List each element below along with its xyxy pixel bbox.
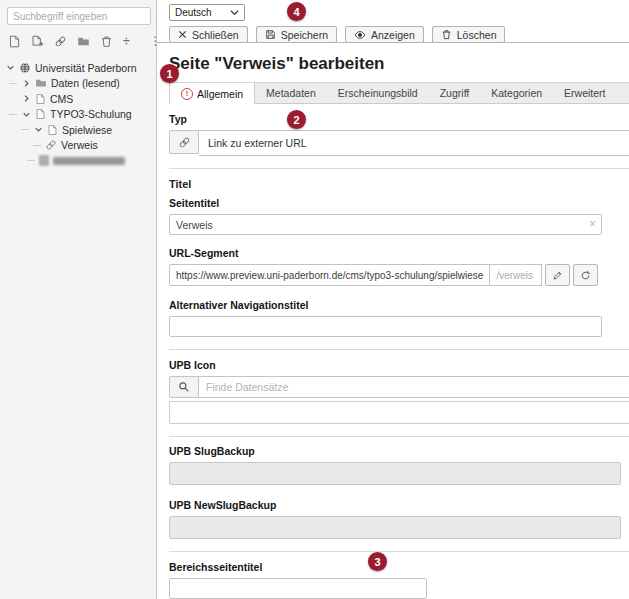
- upb-icon-search-input[interactable]: [199, 376, 629, 398]
- chevron-right-icon[interactable]: [21, 78, 31, 88]
- folder-icon: [35, 77, 47, 89]
- new-slug-backup-label: UPB NewSlugBackup: [169, 499, 629, 511]
- doc-header: Deutsch Schließen Speichern Anzeigen Lös…: [157, 0, 629, 43]
- tree-toolbar: ÷ ⋮: [0, 25, 156, 52]
- seitentitel-label: Seitentitel: [169, 197, 629, 209]
- tab-metadaten[interactable]: Metadaten: [255, 83, 327, 103]
- new-page-icon[interactable]: [8, 35, 21, 48]
- delete-button[interactable]: Löschen: [432, 26, 506, 43]
- page-icon: [35, 108, 46, 120]
- alt-nav-title-input[interactable]: [169, 316, 602, 337]
- close-button[interactable]: Schließen: [169, 26, 248, 43]
- url-segment-input[interactable]: /verweis: [490, 264, 542, 286]
- bereich-title-label: Bereichsseitentitel: [169, 561, 629, 573]
- annotation-marker-1: 1: [160, 64, 179, 83]
- view-button[interactable]: Anzeigen: [345, 26, 424, 43]
- tree-item-spielwiese[interactable]: Spielwiese: [0, 122, 156, 138]
- tree-item-label: CMS: [50, 93, 73, 105]
- seitentitel-input[interactable]: [169, 214, 602, 235]
- clear-icon[interactable]: ×: [589, 218, 596, 230]
- delete-button-label: Löschen: [457, 29, 497, 41]
- link-icon: [45, 139, 57, 151]
- tab-label: Zugriff: [440, 87, 470, 99]
- titel-legend: Titel: [169, 178, 629, 190]
- typ-select-value: Link zu externer URL: [208, 137, 307, 149]
- upb-icon-search-group: [169, 376, 629, 398]
- tree-item-verweis[interactable]: Verweis: [0, 138, 156, 154]
- upb-icon-label: UPB Icon: [169, 359, 629, 371]
- tree-connector: [21, 129, 29, 130]
- redacted-page-icon: [39, 155, 49, 166]
- upb-icon-selected-list[interactable]: [169, 401, 629, 424]
- tree-search-input[interactable]: [7, 7, 151, 25]
- form-content: Seite "Verweis" bearbeiten Allgemein Met…: [157, 43, 629, 599]
- doc-header-buttons: Schließen Speichern Anzeigen Löschen: [169, 26, 629, 43]
- page-icon: [35, 93, 46, 105]
- language-select[interactable]: Deutsch: [169, 4, 245, 21]
- chevron-right-icon[interactable]: [21, 94, 31, 104]
- tree-item-label: Spielwiese: [62, 124, 112, 136]
- new-divider-icon[interactable]: ÷: [123, 35, 130, 47]
- new-recycler-icon[interactable]: [100, 35, 113, 48]
- edit-slug-button[interactable]: [545, 264, 570, 286]
- bereich-title-input[interactable]: [169, 578, 427, 599]
- tree-item-cms[interactable]: CMS: [0, 91, 156, 107]
- typ-label: Typ: [169, 113, 629, 125]
- tree-item-label: Daten (lesend): [51, 77, 120, 89]
- tab-erweitert[interactable]: Erweitert: [553, 83, 616, 103]
- tree-item-label: Universität Paderborn: [35, 62, 137, 74]
- save-button-label: Speichern: [281, 29, 328, 41]
- new-slug-backup-input: [169, 516, 621, 539]
- page-icon: [47, 124, 58, 136]
- edit-module: Deutsch Schließen Speichern Anzeigen Lös…: [157, 0, 629, 599]
- tab-label: Erweitert: [564, 87, 605, 99]
- site-globe-icon: [19, 62, 31, 74]
- tree-item-label: TYPO3-Schulung: [50, 108, 132, 120]
- tab-zugriff[interactable]: Zugriff: [429, 83, 481, 103]
- tree-item-redacted[interactable]: [0, 153, 156, 169]
- view-button-label: Anzeigen: [371, 29, 415, 41]
- tab-label: Allgemein: [197, 88, 243, 100]
- tree-item-daten[interactable]: Daten (lesend): [0, 76, 156, 92]
- url-segment-label: URL-Segment: [169, 247, 629, 259]
- tree-connector: [9, 114, 17, 115]
- chevron-down-icon[interactable]: [33, 125, 43, 135]
- tab-kategorien[interactable]: Kategorien: [480, 83, 553, 103]
- tree-item-typo3-schulung[interactable]: TYPO3-Schulung: [0, 107, 156, 123]
- language-select-value: Deutsch: [175, 7, 212, 18]
- section-divider: [169, 436, 629, 437]
- slug-backup-input: [169, 462, 621, 485]
- refresh-icon: [580, 270, 591, 281]
- tree-item-root[interactable]: Universität Paderborn: [0, 60, 156, 76]
- section-divider: [169, 551, 629, 552]
- typ-select[interactable]: Link zu externer URL: [199, 130, 629, 156]
- alt-nav-title-label: Alternativer Navigationstitel: [169, 299, 629, 311]
- slug-backup-label: UPB SlugBackup: [169, 445, 629, 457]
- annotation-marker-4: 4: [287, 2, 306, 21]
- section-divider: [169, 168, 629, 169]
- alt-nav-title-field: [169, 316, 602, 337]
- tab-erscheinungsbild[interactable]: Erscheinungsbild: [327, 83, 429, 103]
- page-title: Seite "Verweis" bearbeiten: [169, 54, 629, 74]
- chevron-down-icon[interactable]: [21, 109, 31, 119]
- tab-label: Kategorien: [491, 87, 542, 99]
- chevron-down-icon[interactable]: [5, 63, 15, 73]
- annotation-marker-2: 2: [287, 110, 306, 129]
- new-folder-icon[interactable]: [77, 35, 90, 48]
- redacted-label: [53, 157, 125, 165]
- tab-allgemein[interactable]: Allgemein: [169, 83, 255, 104]
- new-page-plus-icon[interactable]: [31, 35, 44, 48]
- typ-select-group: Link zu externer URL: [169, 130, 629, 156]
- new-link-page-icon[interactable]: [54, 35, 67, 48]
- tree-connector: [27, 160, 35, 161]
- tree-item-label: Verweis: [61, 139, 98, 151]
- recalculate-slug-button[interactable]: [573, 264, 598, 286]
- tree-search-row: ‹: [0, 0, 156, 25]
- tree-connector: [33, 145, 41, 146]
- close-icon: [178, 30, 187, 39]
- save-button[interactable]: Speichern: [256, 26, 337, 43]
- url-segment-group: https://www.preview.uni-paderborn.de/cms…: [169, 264, 629, 286]
- chevron-down-icon: [230, 9, 239, 16]
- tab-bar: Allgemein Metadaten Erscheinungsbild Zug…: [169, 82, 629, 104]
- save-icon: [265, 29, 276, 40]
